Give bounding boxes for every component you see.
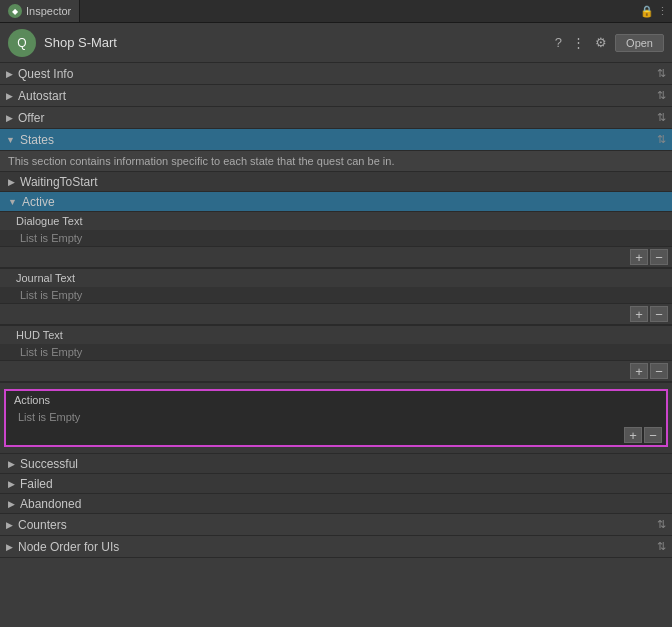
waiting-arrow: ▶ [8, 177, 15, 187]
counters-scroll-icon: ⇅ [657, 518, 666, 531]
active-arrow: ▼ [8, 197, 17, 207]
hud-text-add-button[interactable]: + [630, 363, 648, 379]
journal-text-add-button[interactable]: + [630, 306, 648, 322]
open-button[interactable]: Open [615, 34, 664, 52]
failed-arrow: ▶ [8, 479, 15, 489]
section-node-order[interactable]: ▶ Node Order for UIs ⇅ [0, 536, 672, 558]
offer-arrow: ▶ [6, 113, 13, 123]
offer-label: Offer [18, 111, 657, 125]
states-arrow: ▼ [6, 135, 15, 145]
node-order-arrow: ▶ [6, 542, 13, 552]
actions-remove-button[interactable]: − [644, 427, 662, 443]
successful-item[interactable]: ▶ Successful [0, 454, 672, 474]
autostart-scroll-icon: ⇅ [657, 89, 666, 102]
node-order-label: Node Order for UIs [18, 540, 657, 554]
actions-add-button[interactable]: + [624, 427, 642, 443]
quest-info-arrow: ▶ [6, 69, 13, 79]
offer-scroll-icon: ⇅ [657, 111, 666, 124]
autostart-arrow: ▶ [6, 91, 13, 101]
section-counters[interactable]: ▶ Counters ⇅ [0, 514, 672, 536]
journal-text-label: Journal Text [0, 269, 672, 287]
hud-text-remove-button[interactable]: − [650, 363, 668, 379]
menu-button[interactable]: ⋮ [570, 33, 587, 52]
section-states[interactable]: ▼ States ⇅ [0, 129, 672, 151]
successful-arrow: ▶ [8, 459, 15, 469]
section-offer[interactable]: ▶ Offer ⇅ [0, 107, 672, 129]
active-state-content: Dialogue Text List is Empty + − Journal … [0, 212, 672, 454]
hud-text-label: HUD Text [0, 326, 672, 344]
dialogue-text-empty: List is Empty [0, 230, 672, 247]
journal-text-controls: + − [0, 304, 672, 325]
settings-button[interactable]: ⚙ [593, 33, 609, 52]
section-quest-info[interactable]: ▶ Quest Info ⇅ [0, 63, 672, 85]
dialogue-text-add-button[interactable]: + [630, 249, 648, 265]
abandoned-item[interactable]: ▶ Abandoned [0, 494, 672, 514]
waiting-label: WaitingToStart [20, 175, 98, 189]
header-actions: ? ⋮ ⚙ Open [553, 33, 664, 52]
journal-text-group: Journal Text List is Empty + − [0, 269, 672, 326]
main-scroll-area[interactable]: ▶ Quest Info ⇅ ▶ Autostart ⇅ ▶ Offer ⇅ ▼… [0, 63, 672, 627]
active-item[interactable]: ▼ Active [0, 192, 672, 212]
abandoned-arrow: ▶ [8, 499, 15, 509]
dialogue-text-controls: + − [0, 247, 672, 268]
tab-bar: ◆ Inspector 🔒 ⋮ [0, 0, 672, 23]
autostart-label: Autostart [18, 89, 657, 103]
page-title: Shop S-Mart [44, 35, 553, 50]
journal-text-remove-button[interactable]: − [650, 306, 668, 322]
quest-info-label: Quest Info [18, 67, 657, 81]
dialogue-text-group: Dialogue Text List is Empty + − [0, 212, 672, 269]
tab-label: Inspector [26, 5, 71, 17]
node-order-scroll-icon: ⇅ [657, 540, 666, 553]
tab-icon: ◆ [8, 4, 22, 18]
actions-empty: List is Empty [6, 409, 666, 425]
active-label: Active [22, 195, 55, 209]
hud-text-empty: List is Empty [0, 344, 672, 361]
dialogue-text-label: Dialogue Text [0, 212, 672, 230]
actions-wrapper: Actions List is Empty + − [0, 383, 672, 453]
abandoned-label: Abandoned [20, 497, 81, 511]
section-autostart[interactable]: ▶ Autostart ⇅ [0, 85, 672, 107]
states-label: States [20, 133, 657, 147]
counters-arrow: ▶ [6, 520, 13, 530]
help-button[interactable]: ? [553, 33, 564, 52]
actions-label: Actions [6, 391, 666, 409]
successful-label: Successful [20, 457, 78, 471]
quest-info-scroll-icon: ⇅ [657, 67, 666, 80]
header: Q Shop S-Mart ? ⋮ ⚙ Open [0, 23, 672, 63]
states-scroll-icon: ⇅ [657, 133, 666, 146]
actions-controls: + − [6, 425, 666, 445]
journal-text-empty: List is Empty [0, 287, 672, 304]
waiting-to-start-item[interactable]: ▶ WaitingToStart [0, 172, 672, 192]
failed-item[interactable]: ▶ Failed [0, 474, 672, 494]
inspector-tab[interactable]: ◆ Inspector [0, 0, 80, 22]
states-description: This section contains information specif… [0, 151, 672, 172]
hud-text-group: HUD Text List is Empty + − [0, 326, 672, 383]
app-logo: Q [8, 29, 36, 57]
lock-icon[interactable]: 🔒 ⋮ [640, 5, 672, 18]
actions-group: Actions List is Empty + − [4, 389, 668, 447]
dialogue-text-remove-button[interactable]: − [650, 249, 668, 265]
failed-label: Failed [20, 477, 53, 491]
hud-text-controls: + − [0, 361, 672, 382]
counters-label: Counters [18, 518, 657, 532]
